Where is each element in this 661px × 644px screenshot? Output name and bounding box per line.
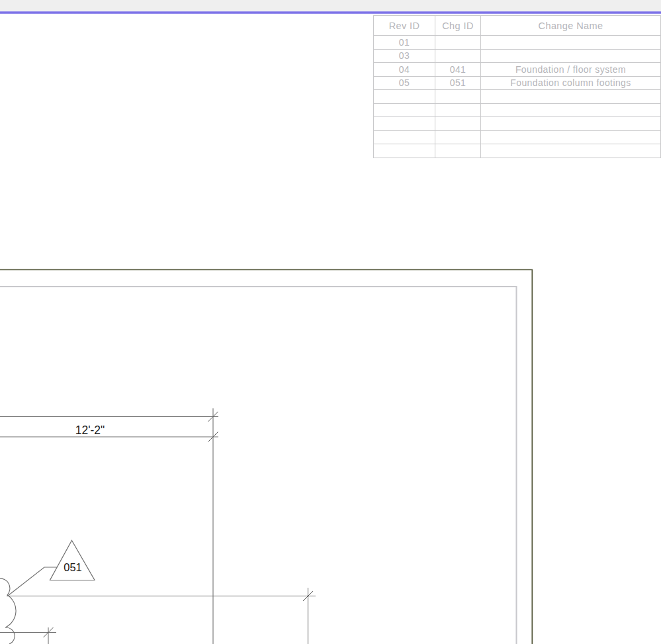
revision-marker-text[interactable]: 051: [64, 561, 82, 573]
drawing-sheet-canvas[interactable]: 12'-2" 051: [0, 0, 661, 644]
revision-annotation-group[interactable]: 051: [0, 541, 95, 644]
revision-leader-line[interactable]: [8, 567, 57, 596]
application-window: Rev ID Chg ID Change Name 01 03 04 041 F…: [0, 0, 661, 644]
dimension-group-upper[interactable]: [0, 408, 218, 644]
dimension-group-lower[interactable]: [0, 588, 316, 644]
revision-triangle-icon[interactable]: [50, 541, 95, 580]
dimension-value-text[interactable]: 12'-2": [75, 424, 105, 437]
sheet-border-inner: [0, 287, 517, 644]
sheet-border-outer: [0, 270, 532, 644]
revision-cloud[interactable]: [0, 578, 16, 644]
